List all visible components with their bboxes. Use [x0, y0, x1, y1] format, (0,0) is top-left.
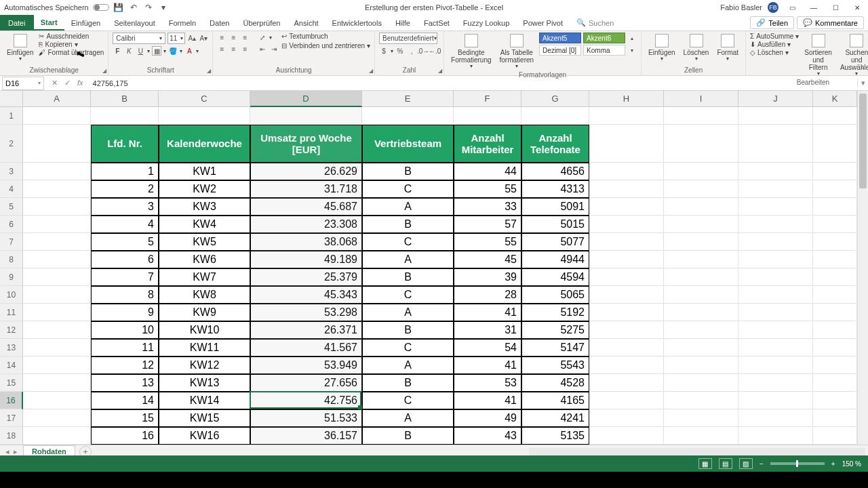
cell[interactable]	[23, 339, 91, 357]
row-header-1[interactable]: 1	[0, 107, 23, 125]
cell[interactable]: 53.298	[250, 304, 362, 321]
cell[interactable]	[813, 216, 857, 233]
autosum-button[interactable]: Σ AutoSumme ▾	[750, 33, 799, 40]
cell[interactable]	[813, 427, 857, 445]
cell[interactable]	[813, 339, 857, 357]
cell[interactable]: 1	[91, 163, 159, 180]
percent-format-icon[interactable]: %	[395, 46, 405, 56]
cell[interactable]: 5543	[521, 357, 589, 374]
autosave-toggle[interactable]	[93, 4, 109, 11]
cell-style-accent5[interactable]: Akzent5	[539, 33, 581, 43]
cell[interactable]	[521, 107, 589, 125]
cell[interactable]	[454, 107, 521, 125]
column-header-C[interactable]: C	[159, 91, 250, 107]
cell[interactable]: 43	[454, 427, 521, 445]
cell[interactable]	[23, 268, 91, 286]
styles-more-icon[interactable]: ▾	[627, 45, 637, 55]
cell[interactable]: B	[362, 163, 454, 180]
row-header-2[interactable]: 2	[0, 125, 23, 163]
cell[interactable]: Lfd. Nr.	[91, 125, 159, 163]
cell[interactable]: A	[362, 251, 454, 268]
row-header-14[interactable]: 14	[0, 357, 23, 374]
cancel-formula-icon[interactable]: ✕	[52, 79, 58, 87]
number-launcher-icon[interactable]: ◢	[438, 68, 442, 74]
cell[interactable]	[664, 233, 738, 251]
cell[interactable]: 5192	[521, 304, 589, 321]
cell[interactable]	[664, 409, 738, 427]
cell[interactable]: 33	[454, 198, 521, 216]
tab-factset[interactable]: FactSet	[417, 15, 456, 30]
column-header-K[interactable]: K	[813, 91, 857, 107]
row-header-12[interactable]: 12	[0, 321, 23, 339]
cell[interactable]: C	[362, 392, 454, 409]
row-header-5[interactable]: 5	[0, 198, 23, 216]
cell[interactable]: KW16	[159, 427, 250, 445]
tab-entwicklertools[interactable]: Entwicklertools	[326, 15, 389, 30]
row-header-7[interactable]: 7	[0, 233, 23, 251]
borders-button[interactable]: ▦	[152, 46, 161, 56]
cell[interactable]	[23, 216, 91, 233]
enter-formula-icon[interactable]: ✓	[64, 79, 71, 87]
column-header-E[interactable]: E	[362, 91, 454, 107]
align-left-icon[interactable]: ≡	[217, 44, 226, 54]
zoom-in-icon[interactable]: +	[831, 460, 835, 468]
cell[interactable]: 4	[91, 216, 159, 233]
row-header-17[interactable]: 17	[0, 409, 23, 427]
cell[interactable]: 55	[454, 233, 521, 251]
cell[interactable]	[589, 107, 664, 125]
cell[interactable]: 11	[91, 339, 159, 357]
cell[interactable]	[23, 125, 91, 163]
cell[interactable]	[664, 163, 738, 180]
cell[interactable]: 16	[91, 427, 159, 445]
cell[interactable]	[664, 304, 738, 321]
decrease-decimal-icon[interactable]: ←.0	[430, 46, 439, 56]
cell[interactable]	[589, 286, 664, 304]
cell[interactable]: 49	[454, 409, 521, 427]
row-header-9[interactable]: 9	[0, 268, 23, 286]
bold-button[interactable]: F	[113, 46, 122, 56]
cell[interactable]	[664, 180, 738, 198]
cell[interactable]: 49.189	[250, 251, 362, 268]
cell[interactable]	[589, 216, 664, 233]
cell[interactable]: 45	[454, 251, 521, 268]
styles-scroll-up-icon[interactable]: ▴	[627, 33, 637, 43]
user-avatar[interactable]: FB	[768, 2, 778, 13]
cell[interactable]: 4528	[521, 374, 589, 392]
redo-icon[interactable]: ↷	[143, 2, 154, 13]
cell[interactable]: Vertriebsteam	[362, 125, 454, 163]
select-all-corner[interactable]	[0, 91, 23, 107]
cell[interactable]	[23, 251, 91, 268]
cell[interactable]	[738, 427, 813, 445]
cell[interactable]	[23, 286, 91, 304]
cell[interactable]: 41	[454, 392, 521, 409]
cell[interactable]	[91, 107, 159, 125]
fill-color-button[interactable]: 🪣	[168, 46, 178, 56]
cell-style-dezimal[interactable]: Dezimal [0]	[539, 45, 581, 56]
cell[interactable]: KW6	[159, 251, 250, 268]
cell[interactable]	[738, 251, 813, 268]
cell[interactable]	[738, 374, 813, 392]
italic-button[interactable]: K	[124, 46, 134, 56]
formula-input[interactable]: 42756,175	[89, 79, 857, 87]
cell[interactable]	[664, 357, 738, 374]
cell[interactable]: Kalenderwoche	[159, 125, 250, 163]
cell[interactable]	[589, 392, 664, 409]
tab-seitenlayout[interactable]: Seitenlayout	[107, 15, 162, 30]
row-header-18[interactable]: 18	[0, 427, 23, 445]
vertical-scrollbar[interactable]	[857, 91, 868, 445]
zoom-slider[interactable]	[770, 462, 825, 465]
cell[interactable]	[738, 216, 813, 233]
cell[interactable]	[589, 180, 664, 198]
cell[interactable]	[23, 107, 91, 125]
cell[interactable]: A	[362, 198, 454, 216]
cell[interactable]: KW9	[159, 304, 250, 321]
tab-überprüfen[interactable]: Überprüfen	[236, 15, 287, 30]
page-layout-view-icon[interactable]: ▤	[719, 458, 732, 469]
cell[interactable]: 4313	[521, 180, 589, 198]
cell[interactable]: 3	[91, 198, 159, 216]
comma-format-icon[interactable]: ,	[407, 46, 416, 56]
cell[interactable]: 26.371	[250, 321, 362, 339]
cell[interactable]: 41	[454, 357, 521, 374]
wrap-text-button[interactable]: ↩ Textumbruch	[281, 33, 370, 40]
cell[interactable]: 5147	[521, 339, 589, 357]
